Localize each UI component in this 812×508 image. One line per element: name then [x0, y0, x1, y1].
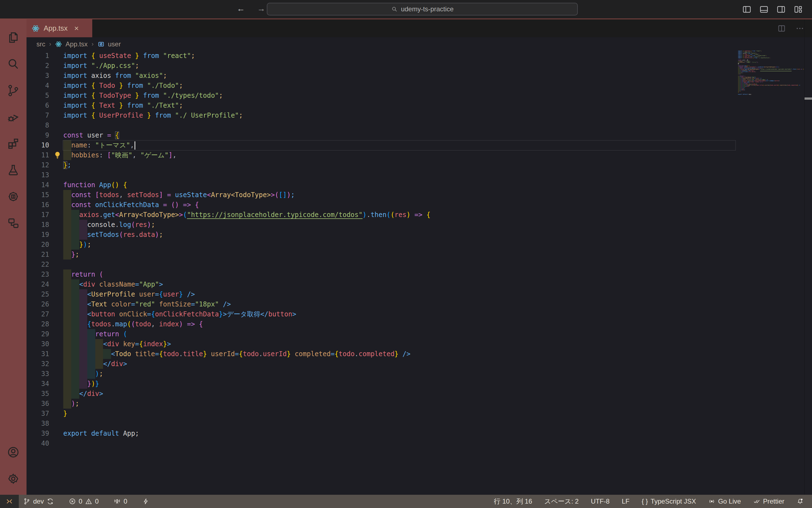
code-line: function App() { [63, 180, 430, 190]
code-token: div [107, 340, 123, 348]
minimap[interactable]: import { useState } from "react";import … [738, 50, 804, 465]
double-check-icon [753, 498, 760, 505]
line-number: 16 [27, 200, 49, 210]
history-back-icon[interactable]: ← [236, 4, 246, 13]
testing-beaker-icon[interactable] [0, 157, 27, 183]
line-number: 27 [27, 309, 49, 319]
indent-guide [63, 359, 71, 369]
ports-status[interactable]: 0 [114, 498, 127, 505]
toggle-primary-sidebar-icon[interactable] [742, 4, 752, 14]
code-editor[interactable]: import { useState } from "react";import … [63, 51, 430, 449]
code-token: ; [159, 231, 163, 239]
code-token: > [159, 281, 163, 288]
code-token: TodoType [99, 92, 135, 99]
indent-guide [63, 200, 71, 210]
toggle-panel-icon[interactable] [759, 4, 769, 14]
code-token: { [91, 112, 99, 119]
code-token: < [87, 300, 91, 308]
history-forward-icon[interactable]: → [256, 4, 266, 13]
eol-status[interactable]: LF [622, 498, 630, 505]
breadcrumb-symbol[interactable]: user [108, 40, 121, 48]
formatter-status[interactable]: Prettier [753, 498, 784, 505]
vscode-window: ← → udemy-ts-practice [0, 0, 812, 508]
explorer-icon[interactable] [0, 24, 27, 51]
search-sidebar-icon[interactable] [0, 51, 27, 77]
code-token: </ [103, 360, 111, 368]
line-number: 20 [27, 240, 49, 250]
code-token: completed [791, 84, 797, 86]
line-number: 35 [27, 389, 49, 399]
code-token: < [103, 340, 107, 348]
indent-guide [63, 329, 71, 339]
code-token: , [758, 61, 759, 63]
zap-icon [142, 498, 150, 505]
language-mode-status[interactable]: { } TypeScript JSX [642, 498, 696, 505]
code-token: "react" [163, 52, 191, 59]
encoding-status[interactable]: UTF-8 [591, 498, 610, 505]
gear-extension-icon[interactable] [0, 183, 27, 210]
code-token: } [147, 112, 155, 119]
code-token: "ゲーム" [140, 151, 168, 159]
code-token: App [99, 181, 111, 189]
power-status[interactable] [142, 498, 150, 505]
code-token: import [63, 52, 91, 59]
editor-actions-more-icon[interactable] [796, 24, 804, 33]
source-control-icon[interactable] [0, 77, 27, 104]
code-token: import [738, 57, 743, 58]
code-token: ) [83, 241, 87, 249]
indentation-status[interactable]: スペース: 2 [544, 497, 579, 506]
lightbulb-icon[interactable] [53, 151, 62, 160]
code-token: "axios" [135, 72, 163, 80]
breadcrumb: src › App.tsx › user [27, 37, 812, 51]
breadcrumb-file[interactable]: App.tsx [66, 40, 88, 48]
code-token: res [394, 211, 406, 219]
code-token: todos [91, 320, 111, 328]
code-token: div [111, 360, 123, 368]
extensions-icon[interactable] [0, 130, 27, 157]
code-line [63, 259, 430, 269]
problems-status[interactable]: 0 0 [69, 498, 99, 505]
indent-guide [87, 349, 95, 359]
indent-guide [87, 359, 95, 369]
run-debug-icon[interactable] [0, 104, 27, 130]
line-number: 2 [27, 61, 49, 71]
command-center-search[interactable]: udemy-ts-practice [267, 3, 578, 15]
notifications-status[interactable] [797, 498, 804, 505]
toggle-secondary-sidebar-icon[interactable] [776, 4, 786, 14]
code-line: <button onClick={onClickFetchData}>データ取得… [63, 309, 430, 319]
line-number: 5 [27, 91, 49, 100]
cursor-position-status[interactable]: 行 10、列 16 [494, 497, 532, 506]
tab-close-icon[interactable]: × [74, 24, 79, 33]
remote-indicator[interactable] [0, 495, 19, 508]
code-token: todo [756, 84, 759, 86]
line-number: 12 [27, 160, 49, 170]
code-token: < [111, 350, 115, 358]
code-token: { [335, 350, 338, 358]
breadcrumb-src[interactable]: src [36, 40, 45, 48]
code-token: } [179, 290, 183, 298]
code-token: App [123, 430, 135, 437]
git-branch-status[interactable]: dev [23, 498, 54, 505]
code-line: axios.get<Array<TodoType>>("https://json… [63, 210, 430, 220]
code-token: ; [769, 57, 770, 58]
go-live-status[interactable]: Go Live [708, 498, 741, 505]
tab-label: App.tsx [44, 24, 68, 33]
code-token: default [91, 430, 123, 437]
account-icon[interactable] [0, 439, 27, 465]
customize-layout-icon[interactable] [793, 4, 803, 14]
split-editor-icon[interactable] [777, 24, 786, 33]
settings-gear-icon[interactable] [0, 465, 27, 492]
code-line: export default App; [63, 428, 430, 438]
tab-app-tsx[interactable]: App.tsx × [27, 19, 92, 37]
remote-explorer-icon[interactable] [0, 210, 27, 236]
indent-guide [63, 210, 71, 220]
indent-guide [79, 379, 87, 389]
code-token: userId [774, 84, 778, 86]
code-line: const onClickFetchData = () => { [63, 200, 430, 210]
code-token: "./ UserProfile" [758, 57, 769, 58]
code-token: . [111, 320, 115, 328]
code-line: ); [63, 399, 430, 409]
code-token: } [135, 52, 143, 59]
code-line: return ( [63, 329, 430, 339]
code-line: <div className="App"> [63, 280, 430, 289]
